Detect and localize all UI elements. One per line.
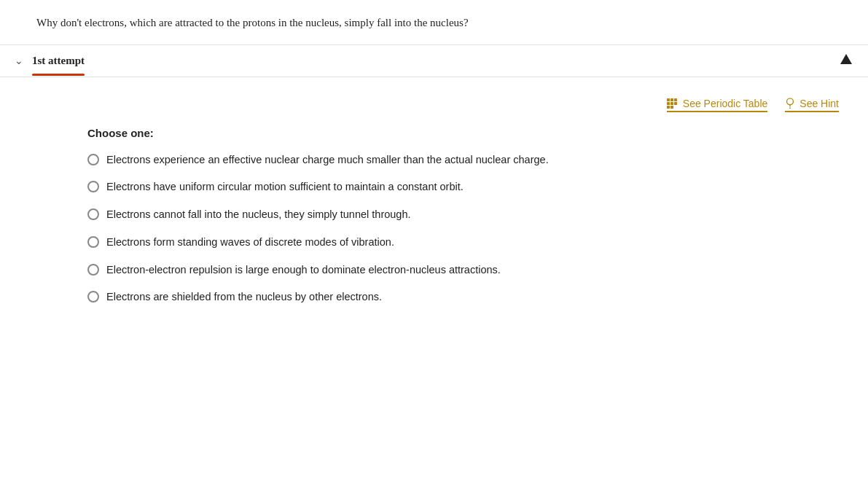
svg-rect-5: [670, 102, 673, 105]
svg-rect-4: [667, 102, 670, 105]
question-text: Why don't electrons, which are attracted…: [0, 0, 868, 45]
periodic-table-link[interactable]: See Periodic Table: [667, 98, 767, 112]
attempt-left: ⌄ 1st attempt: [15, 55, 85, 67]
hint-label: See Hint: [799, 98, 839, 109]
list-item[interactable]: Electrons experience an effective nuclea…: [87, 152, 832, 168]
svg-point-11: [789, 107, 791, 109]
collapse-icon[interactable]: [839, 52, 853, 69]
svg-rect-6: [674, 102, 677, 105]
option-radio-4[interactable]: [87, 236, 99, 248]
chevron-down-icon[interactable]: ⌄: [15, 55, 23, 67]
svg-point-9: [787, 98, 794, 104]
option-radio-1[interactable]: [87, 154, 99, 165]
list-item[interactable]: Electrons cannot fall into the nucleus, …: [87, 207, 832, 223]
list-item[interactable]: Electron-electron repulsion is large eno…: [87, 262, 832, 278]
tools-row: See Periodic Table See Hint: [0, 77, 868, 120]
option-text-6: Electrons are shielded from the nucleus …: [106, 289, 382, 305]
hint-icon: [785, 98, 795, 109]
svg-rect-2: [670, 98, 673, 101]
option-radio-2[interactable]: [87, 181, 99, 192]
svg-rect-8: [670, 106, 673, 109]
option-text-2: Electrons have uniform circular motion s…: [106, 179, 464, 195]
svg-rect-3: [674, 98, 677, 101]
question-body: Choose one: Electrons experience an effe…: [0, 120, 868, 328]
periodic-table-label: See Periodic Table: [683, 98, 767, 109]
option-text-1: Electrons experience an effective nuclea…: [106, 152, 549, 168]
list-item[interactable]: Electrons form standing waves of discret…: [87, 235, 832, 251]
option-radio-3[interactable]: [87, 208, 99, 220]
hint-link[interactable]: See Hint: [785, 98, 839, 112]
option-text-3: Electrons cannot fall into the nucleus, …: [106, 207, 411, 223]
list-item[interactable]: Electrons are shielded from the nucleus …: [87, 289, 832, 305]
attempt-bar: ⌄ 1st attempt: [0, 45, 868, 77]
svg-rect-1: [667, 98, 670, 101]
option-text-4: Electrons form standing waves of discret…: [106, 235, 394, 251]
periodic-table-icon: [667, 98, 679, 109]
option-radio-6[interactable]: [87, 291, 99, 302]
svg-rect-7: [667, 106, 670, 109]
choose-one-label: Choose one:: [87, 127, 832, 139]
options-list: Electrons experience an effective nuclea…: [87, 152, 832, 306]
option-radio-5[interactable]: [87, 264, 99, 276]
attempt-label: 1st attempt: [32, 55, 85, 67]
list-item[interactable]: Electrons have uniform circular motion s…: [87, 179, 832, 195]
option-text-5: Electron-electron repulsion is large eno…: [106, 262, 501, 278]
svg-marker-0: [840, 54, 852, 64]
